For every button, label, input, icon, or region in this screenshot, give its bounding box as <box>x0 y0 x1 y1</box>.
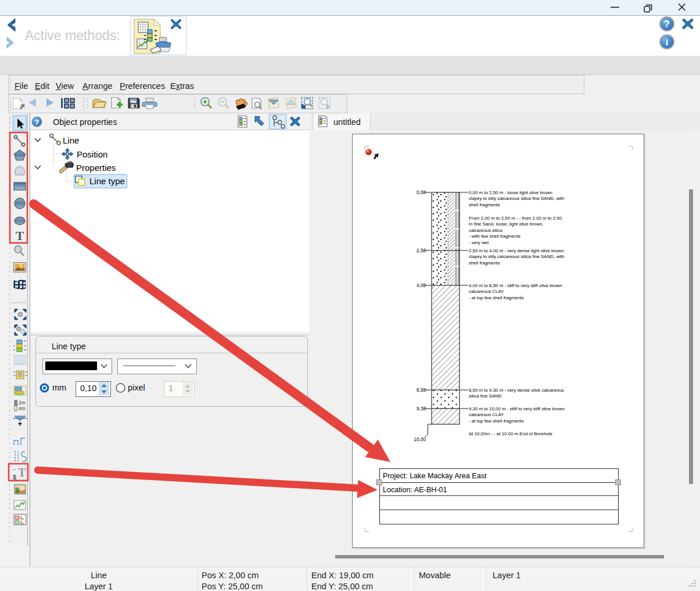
svg-text:2,50 m to 4,00 m - very dense: 2,50 m to 4,00 m - very dense light oliv… <box>469 248 564 253</box>
svg-text:T: T <box>16 228 24 243</box>
svg-text:At 10,00m - - at 10.00 m End o: At 10,00m - - at 10.00 m End of Borehole <box>469 431 552 436</box>
svg-text:- at top few shell fragments: - at top few shell fragments <box>469 295 524 300</box>
svg-text:10,00: 10,00 <box>414 437 426 442</box>
svg-text:0,00: 0,00 <box>417 190 426 195</box>
svg-text:m fine Sand, loose, light oliv: m fine Sand, loose, light olive brown, <box>469 221 544 227</box>
svg-text:clayey to silty calcareous sil: clayey to silty calcareous silica fine S… <box>469 196 564 201</box>
svg-text:$: $ <box>13 474 16 481</box>
svg-text:clayey to silty calcareous sil: clayey to silty calcareous silica fine S… <box>469 254 564 259</box>
svg-text:- very wet: - very wet <box>469 240 489 245</box>
svg-text:?: ? <box>664 19 670 29</box>
svg-text:calcareous CLAY: calcareous CLAY <box>469 289 504 294</box>
svg-text:2,50: 2,50 <box>417 248 426 253</box>
svg-text:8,50: 8,50 <box>417 388 426 393</box>
svg-text:4m: 4m <box>19 406 26 411</box>
svg-text:4,00 m to 8,50 m - stiff to ve: 4,00 m to 8,50 m - stiff to very stiff o… <box>469 283 562 288</box>
svg-text:Project: Lake Mackay Area East: Project: Lake Mackay Area East <box>383 472 487 480</box>
svg-text:0,00 m to 2,50 m - loose light: 0,00 m to 2,50 m - loose light olive bro… <box>469 190 552 195</box>
svg-text:Location: AE-BH-01: Location: AE-BH-01 <box>383 486 447 494</box>
svg-text:2m: 2m <box>19 400 26 406</box>
svg-text:- with few shell fragments: - with few shell fragments <box>469 234 520 239</box>
svg-text:9,30: 9,30 <box>417 406 426 411</box>
svg-text:- at top few shell fragments: - at top few shell fragments <box>469 418 524 424</box>
svg-text:silica fine SAND: silica fine SAND <box>469 393 502 399</box>
svg-text:T: T <box>18 466 26 479</box>
svg-text:8,50 m to 9,30 m - very dense: 8,50 m to 9,30 m - very dense olive calc… <box>469 388 564 393</box>
svg-text:calcareous silica: calcareous silica <box>469 228 503 233</box>
svg-text:shell fragments: shell fragments <box>469 202 500 207</box>
svg-text:4,00: 4,00 <box>417 283 426 288</box>
svg-text:calcareous CLAY: calcareous CLAY <box>469 412 504 417</box>
svg-text:i: i <box>666 38 668 47</box>
svg-text:From 2,00 m to 2,50 m - - from: From 2,00 m to 2,50 m - - from 2.00 m to… <box>469 216 562 221</box>
svg-text:shell fragments: shell fragments <box>469 260 500 266</box>
svg-text:?: ? <box>35 118 40 127</box>
svg-text:$: $ <box>15 486 19 495</box>
svg-text:9,30 m to 10,00 m - stiff to v: 9,30 m to 10,00 m - stiff to very stiff … <box>469 406 565 411</box>
